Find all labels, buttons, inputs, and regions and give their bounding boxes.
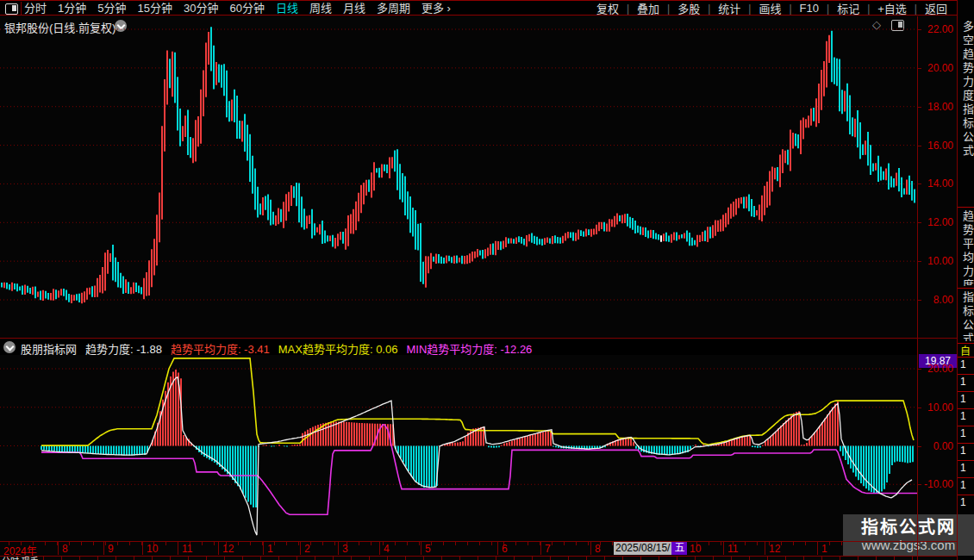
toolbar-button-统计[interactable]: 统计: [710, 0, 748, 16]
minor-tick: [395, 542, 396, 545]
indicator-header: 股朋指标网趋势力度: -1.88趋势平均力度: -3.41MAX趋势平均力度: …: [0, 339, 917, 355]
indicator-field: 股朋指标网: [21, 343, 77, 356]
timeframe-tab-日线[interactable]: 日线: [276, 1, 298, 16]
selected-date: 2025/08/15/: [614, 542, 671, 555]
toolbar-button-F10[interactable]: F10: [792, 2, 827, 15]
month-tick: [142, 542, 143, 555]
sidebar-vertical-label[interactable]: 指标公式: [959, 291, 974, 341]
minor-tick: [491, 542, 492, 545]
watchlist-row[interactable]: 1: [960, 358, 966, 370]
selected-weekday: 五: [671, 542, 687, 555]
toolbar-button-返回[interactable]: 返回: [917, 0, 955, 16]
timeframe-tab-分时[interactable]: 分时: [24, 1, 47, 16]
date-label: 12: [769, 543, 780, 555]
minor-tick: [274, 542, 275, 545]
minor-tick: [371, 542, 371, 545]
sidebar-separator: [958, 207, 974, 208]
price-axis-label: 8.00: [919, 294, 953, 306]
date-label: 12: [222, 543, 234, 555]
date-label: 10: [690, 543, 701, 555]
minor-tick: [45, 542, 46, 545]
indicator-axis-label: 0.00: [919, 440, 953, 452]
watchlist-row[interactable]: 1: [960, 479, 966, 491]
indicator-axis-label: -10.00: [919, 478, 953, 490]
toolbar-button-+自选[interactable]: +自选: [870, 0, 915, 16]
axis-tick: [918, 29, 921, 30]
list-separator: [958, 408, 974, 409]
minor-tick: [238, 542, 239, 545]
date-label: 3: [342, 543, 348, 555]
panel-layout-icon[interactable]: [891, 20, 904, 31]
watchlist-row[interactable]: 1: [960, 393, 966, 405]
right-sidebar[interactable]: 多空趋势力度指标公式趋势平均力度指标公式自111111111: [958, 0, 974, 560]
watchlist-header[interactable]: 自: [960, 343, 971, 358]
minor-tick: [841, 542, 842, 545]
candlestick-chart[interactable]: [0, 0, 974, 560]
minor-tick: [745, 542, 746, 545]
watchlist-row[interactable]: 1: [960, 376, 966, 388]
minor-tick: [793, 542, 794, 545]
month-tick: [58, 542, 59, 555]
axis-divider-top: [0, 541, 957, 542]
indicator-axis-label: 10.00: [919, 401, 953, 414]
list-separator: [958, 477, 974, 478]
month-tick: [300, 542, 301, 555]
minor-tick: [359, 542, 359, 545]
axis-tick: [918, 68, 921, 69]
diamond-icon[interactable]: ◇: [872, 18, 881, 31]
watchlist-row[interactable]: 1: [960, 445, 966, 457]
minor-tick: [709, 542, 709, 545]
timeframe-tab-15分钟[interactable]: 15分钟: [137, 1, 172, 16]
timeframe-tab-1分钟[interactable]: 1分钟: [58, 1, 86, 16]
price-axis-label: 16.00: [919, 140, 953, 152]
toolbar-right-menu: 复权|叠加|多股|统计|画线|F10|标记|+自选|返回: [589, 1, 955, 16]
axis-border: [917, 16, 918, 560]
timeframe-tab-30分钟[interactable]: 30分钟: [184, 1, 218, 16]
toolbar-button-叠加[interactable]: 叠加: [629, 0, 667, 16]
timeframe-tab-更多 ›[interactable]: 更多 ›: [421, 1, 451, 16]
app-window: 分时1分钟5分钟15分钟30分钟60分钟日线周线月线多周期更多 › 复权|叠加|…: [0, 0, 974, 560]
minor-tick: [829, 542, 830, 545]
minor-tick: [250, 542, 251, 545]
sidebar-vertical-label[interactable]: 多空趋势力度指标公式: [959, 21, 974, 205]
minor-tick: [721, 542, 721, 545]
chevron-down-icon[interactable]: [115, 20, 127, 32]
month-tick: [263, 542, 264, 555]
minor-tick: [612, 542, 613, 545]
date-label: 2: [304, 543, 310, 555]
axis-divider-bottom: [0, 556, 957, 557]
sidebar-separator: [958, 288, 974, 289]
timeframe-tab-60分钟[interactable]: 60分钟: [229, 1, 264, 16]
toolbar-button-复权[interactable]: 复权: [589, 0, 627, 16]
list-separator: [958, 374, 974, 375]
indicator-chart[interactable]: [0, 0, 974, 560]
minor-tick: [515, 542, 516, 545]
watchlist-row[interactable]: 1: [960, 427, 966, 439]
timeframe-tab-周线[interactable]: 周线: [309, 1, 332, 16]
month-tick: [590, 542, 591, 555]
watchlist-row[interactable]: 1: [960, 462, 966, 474]
toolbar-button-画线[interactable]: 画线: [751, 0, 789, 16]
minor-tick: [564, 542, 565, 545]
month-tick: [421, 542, 421, 555]
minor-tick: [805, 542, 806, 545]
indicator-field: 趋势力度: -1.88: [85, 343, 162, 356]
collapse-icon[interactable]: [3, 341, 16, 353]
minor-tick: [117, 542, 118, 545]
watchlist-row[interactable]: 1: [960, 496, 966, 508]
minor-tick: [552, 542, 553, 545]
timeframe-tab-月线[interactable]: 月线: [343, 1, 365, 16]
toolbar-button-标记[interactable]: 标记: [829, 0, 867, 16]
sidebar-vertical-label[interactable]: 趋势平均力度: [959, 210, 974, 286]
timeframe-tab-多周期[interactable]: 多周期: [377, 1, 410, 16]
toolbar-button-多股[interactable]: 多股: [670, 0, 708, 16]
axis-tick: [918, 222, 921, 223]
timeframe-tab-5分钟[interactable]: 5分钟: [97, 1, 126, 16]
price-axis-label: 18.00: [919, 101, 953, 113]
watermark-title: 指标公式网: [861, 517, 956, 538]
window-split-icon[interactable]: [5, 3, 18, 15]
date-label: 1: [821, 543, 827, 555]
watchlist-row[interactable]: 1: [960, 410, 966, 422]
month-tick: [178, 542, 178, 555]
minor-tick: [69, 542, 70, 545]
